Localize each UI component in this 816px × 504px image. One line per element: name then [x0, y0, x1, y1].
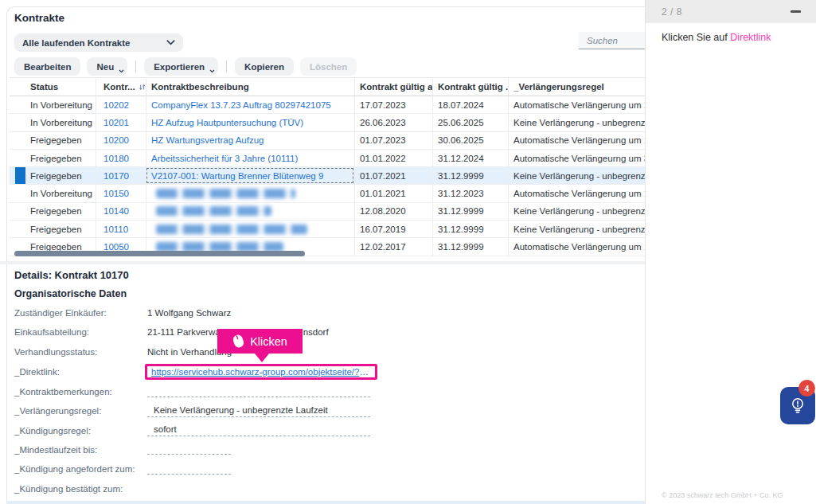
valid-from-cell-text: 17.07.2023: [360, 100, 406, 110]
valid-from-cell: 17.07.2023: [354, 96, 432, 113]
guide-instruction-target: Direktlink: [730, 32, 771, 43]
column-header-1[interactable]: Status: [30, 78, 96, 96]
contract-id-cell: 10200: [96, 132, 146, 149]
column-header-label: Kontrakt gültig ...: [438, 82, 508, 92]
contract-id-cell-text[interactable]: 10201: [103, 118, 129, 127]
description-cell: V2107-001: Wartung Brenner Blütenweg 9: [146, 167, 354, 184]
toolbar-separator: [226, 61, 227, 72]
contract-filter-dropdown[interactable]: Alle laufenden Kontrakte: [14, 33, 183, 52]
contract-id-cell-text[interactable]: 10170: [103, 171, 129, 181]
contract-id-cell: 10201: [96, 114, 146, 131]
status-cell: In Vorbereitung: [30, 185, 96, 201]
renewal-rule-cell: Keine Verlängerung - unbegrenzt: [508, 167, 645, 184]
contract-id-cell-text[interactable]: 10202: [103, 100, 129, 110]
contract-id-cell-text[interactable]: 10110: [103, 225, 128, 234]
contract-id-cell-text[interactable]: 10140: [103, 206, 129, 216]
valid-to-cell-text: 25.06.2025: [438, 118, 484, 127]
valid-to-cell-text: 30.06.2025: [438, 135, 484, 145]
valid-to-cell: 18.07.2024: [432, 96, 508, 113]
renewal-rule-cell: Automatische Verlängerung um 1: [508, 132, 645, 149]
description-link[interactable]: V2107-001: Wartung Brenner Blütenweg 9: [151, 171, 323, 181]
table-row[interactable]: Freigegeben10180Arbeitssicherheit für 3 …: [10, 150, 645, 167]
mouse-icon: [231, 332, 247, 350]
detail-field-label: _Kündigung angefordert zum:: [14, 464, 147, 474]
column-header-2[interactable]: Kontr...: [96, 78, 146, 96]
contract-id-cell: 10170: [96, 167, 146, 184]
valid-from-cell-text: 12.02.2017: [360, 242, 406, 252]
empty-field-dash: [147, 464, 231, 475]
toolbar-button-label: Bearbeiten: [24, 62, 71, 72]
description-link[interactable]: HZ Wartungsvertrag Aufzug: [151, 135, 264, 145]
status-cell: Freigegeben: [30, 132, 96, 149]
detail-field-link-prefix[interactable]: 21-111 Parkverwa: [147, 327, 221, 337]
guide-step-counter: 2 / 8: [662, 6, 682, 18]
detail-field-link-suffix[interactable]: nsdorf: [303, 327, 329, 337]
valid-from-cell-text: 12.08.2020: [360, 206, 406, 216]
contract-id-cell-text[interactable]: 10200: [103, 135, 129, 145]
table-row[interactable]: Freigegeben1011016.07.201931.12.9999Kein…: [10, 221, 645, 238]
renewal-rule-cell-text: Automatische Verlängerung um 1: [513, 242, 645, 252]
table-row[interactable]: Freigegeben10170V2107-001: Wartung Brenn…: [10, 167, 645, 185]
column-header-4[interactable]: Kontrakt gültig ab: [354, 78, 432, 96]
status-cell-text: Freigegeben: [30, 225, 82, 234]
renewal-rule-cell-text: Automatische Verlängerung um 1: [513, 100, 645, 110]
table-row[interactable]: In Vorbereitung1015001.01.202131.12.2023…: [10, 185, 645, 202]
table-row[interactable]: In Vorbereitung10201HZ Aufzug Hautpunter…: [10, 114, 645, 131]
valid-to-cell: 30.06.2025: [432, 132, 508, 149]
section-divider: [0, 261, 645, 264]
menu-arrow-icon: [209, 69, 215, 73]
status-cell-text: Freigegeben: [30, 171, 82, 181]
valid-to-cell-text: 18.07.2024: [438, 100, 484, 110]
column-header-5[interactable]: Kontrakt gültig ...: [432, 78, 508, 96]
guide-instruction: Klicken Sie auf Direktlink: [646, 23, 816, 52]
horizontal-scrollbar[interactable]: [14, 251, 305, 256]
column-header-label: _Verlängerungsregel: [513, 82, 604, 92]
renewal-rule-cell: Keine Verlängerung - unbegrenzt: [508, 203, 645, 220]
contract-id-cell: 10150: [96, 185, 146, 201]
table-row[interactable]: Freigegeben1014012.08.202031.12.9999Kein…: [10, 203, 645, 221]
valid-to-cell-text: 31.12.9999: [438, 225, 484, 234]
redacted-description: [156, 206, 271, 216]
description-link[interactable]: CompanyFlex 13.7.23 Auftrag 80297421075: [151, 100, 331, 110]
detail-field-label: _Kontraktbemerkungen:: [14, 387, 147, 397]
toolbar-button-4: Löschen: [300, 57, 357, 76]
table-header-row: StatusKontr...KontraktbeschreibungKontra…: [10, 77, 645, 96]
valid-to-cell-text: 31.12.9999: [438, 206, 484, 216]
toolbar-button-1[interactable]: Neu: [87, 57, 127, 76]
guide-header: 2 / 8: [646, 0, 816, 23]
contract-filter-value: Alle laufenden Kontrakte: [22, 38, 130, 48]
renewal-rule-cell-text: Automatische Verlängeurng um 3: [513, 154, 645, 163]
toolbar-button-2[interactable]: Exportieren: [144, 57, 218, 76]
detail-field-label: _Kündigungsregel:: [14, 426, 147, 436]
selection-cell: [10, 203, 30, 220]
description-cell: HZ Wartungsvertrag Aufzug: [146, 132, 354, 149]
toolbar-button-3[interactable]: Kopieren: [235, 57, 294, 76]
renewal-rule-cell: Automatische Verlängerung um 1: [508, 238, 645, 255]
detail-field-link[interactable]: 1 Wolfgang Schwarz: [147, 308, 231, 318]
valid-to-cell: 31.12.9999: [432, 238, 508, 255]
valid-to-cell: 31.12.2024: [432, 150, 508, 166]
description-link[interactable]: HZ Aufzug Hautpuntersuchung (TÜV): [151, 118, 303, 127]
valid-to-cell-text: 31.12.2023: [438, 189, 484, 198]
column-header-0: [10, 78, 30, 96]
contract-id-cell-text[interactable]: 10150: [103, 189, 129, 198]
description-link[interactable]: Arbeitssicherheit für 3 Jahre (10111): [151, 154, 298, 163]
table-row[interactable]: In Vorbereitung10202CompanyFlex 13.7.23 …: [10, 96, 645, 114]
column-header-3[interactable]: Kontraktbeschreibung: [146, 78, 354, 96]
toolbar-button-0[interactable]: Bearbeiten: [14, 57, 80, 76]
renewal-rule-cell-text: Keine Verlängerung - unbegrenzt: [513, 225, 645, 234]
minimize-icon[interactable]: [791, 10, 801, 13]
contract-id-cell-text[interactable]: 10180: [103, 154, 129, 163]
detail-field-label: _Kündigung bestätigt zum:: [14, 484, 147, 494]
redacted-description: [156, 189, 295, 198]
direktlink-url[interactable]: https://servicehub.schwarz-group.com/obj…: [151, 367, 371, 377]
contract-id-cell: 10202: [96, 96, 146, 113]
renewal-rule-cell: Automatische Verlängeurng um 3: [508, 150, 645, 166]
status-cell: Freigegeben: [30, 203, 96, 220]
tooltip-label: Klicken: [250, 335, 287, 348]
column-header-6[interactable]: _Verlängerungsregel: [508, 78, 645, 96]
valid-to-cell-text: 31.12.9999: [438, 242, 484, 252]
table-row[interactable]: Freigegeben10200HZ Wartungsvertrag Aufzu…: [10, 132, 645, 150]
detail-field-value-dashed: Keine Verlängerung - unbegrenzte Laufzei…: [147, 405, 370, 417]
description-cell: HZ Aufzug Hautpuntersuchung (TÜV): [146, 114, 354, 131]
